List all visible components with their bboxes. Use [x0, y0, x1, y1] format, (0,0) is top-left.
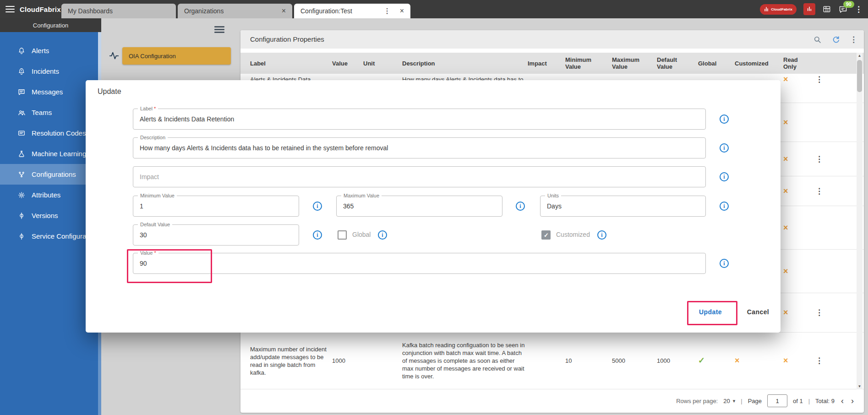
column-header-impact: Impact: [528, 53, 562, 74]
minimum-value-input[interactable]: [133, 196, 299, 216]
units-field[interactable]: Units: [540, 196, 706, 217]
row-menu-icon[interactable]: [815, 250, 829, 293]
row-menu-icon[interactable]: ⋮: [815, 293, 829, 332]
page-number-input[interactable]: [767, 394, 787, 407]
info-icon[interactable]: i: [516, 202, 525, 211]
table-row[interactable]: Maximum number of incident add/update me…: [240, 333, 864, 389]
row-menu-icon[interactable]: ⋮: [815, 333, 829, 389]
read-only-mark: ×: [783, 250, 808, 293]
bell-icon: [17, 47, 26, 55]
row-menu-icon[interactable]: [815, 103, 829, 142]
read-only-mark: ×: [783, 206, 808, 249]
row-menu-icon[interactable]: [815, 206, 829, 249]
hamburger-menu-icon[interactable]: [5, 4, 15, 14]
value-input[interactable]: [133, 253, 705, 273]
default-value-field[interactable]: Default Value: [133, 224, 299, 246]
row-menu-icon[interactable]: ⋮: [815, 176, 829, 206]
cell-minimum: 10: [565, 333, 602, 389]
default-value-input[interactable]: [133, 225, 299, 245]
cancel-button[interactable]: Cancel: [740, 303, 776, 321]
people-icon: [17, 109, 26, 117]
column-header-global: Global: [698, 53, 726, 74]
separator: |: [741, 398, 742, 404]
previous-page-icon[interactable]: ‹: [840, 396, 845, 406]
column-header-default: Default Value: [657, 53, 691, 74]
tab-configuration-test[interactable]: Configuration:Test ⋮ ×: [294, 4, 410, 18]
annotation-box-value-field: [127, 249, 212, 283]
cell-description: Kafka batch reading configuation to be s…: [402, 333, 525, 389]
description-field[interactable]: Description: [133, 137, 706, 158]
search-icon[interactable]: [813, 35, 822, 44]
topbar: CloudFabrix My Dashboards Organizations …: [0, 0, 868, 18]
info-icon[interactable]: i: [720, 143, 729, 153]
row-menu-icon[interactable]: ⋮: [815, 74, 829, 104]
close-icon[interactable]: ×: [277, 7, 286, 15]
description-input[interactable]: [133, 138, 705, 158]
row-menu-icon[interactable]: ⋮: [815, 142, 829, 176]
page-label: Page: [748, 398, 762, 404]
table-scrollbar[interactable]: ▲ ▼: [857, 53, 863, 389]
app-logo: CloudFabrix: [20, 5, 61, 13]
tab-organizations[interactable]: Organizations ×: [178, 4, 292, 18]
cloudfabrix-brand-pill[interactable]: CloudFabrix: [760, 4, 797, 15]
read-only-mark: ×: [783, 293, 808, 332]
sidebar-item-incidents[interactable]: Incidents: [0, 61, 101, 82]
oia-configuration-button[interactable]: OIA Configuration: [122, 47, 231, 65]
info-icon[interactable]: i: [720, 115, 729, 124]
next-page-icon[interactable]: ›: [850, 396, 855, 406]
label-input[interactable]: [133, 109, 705, 129]
scrollbar-thumb[interactable]: [857, 60, 862, 92]
table-header: Label Value Unit Description Impact Mini…: [240, 53, 864, 74]
chat-icon[interactable]: 90: [838, 5, 848, 14]
service-phi-icon: [17, 232, 26, 240]
info-icon[interactable]: i: [597, 230, 606, 240]
panel-menu-toggle-icon[interactable]: [214, 25, 224, 34]
minimum-value-field[interactable]: Minimum Value: [133, 196, 299, 217]
cell-label: Maximum number of incident add/update me…: [250, 333, 328, 389]
scroll-up-icon[interactable]: ▲: [857, 54, 863, 58]
brand-area: CloudFabrix: [5, 0, 61, 18]
column-header-label: Label: [250, 53, 328, 74]
column-header-description: Description: [402, 53, 525, 74]
field-label: Default Value: [138, 221, 172, 228]
cell-maximum: 5000: [612, 333, 649, 389]
pulse-chart-icon: [109, 50, 119, 60]
info-icon[interactable]: i: [378, 230, 387, 240]
info-icon[interactable]: i: [720, 259, 729, 268]
refresh-icon[interactable]: [831, 35, 841, 44]
close-icon[interactable]: ×: [395, 7, 404, 15]
tab-my-dashboards[interactable]: My Dashboards: [61, 4, 176, 18]
tab-kebab-icon[interactable]: ⋮: [384, 7, 391, 15]
info-icon[interactable]: i: [313, 202, 322, 211]
rows-per-page-select[interactable]: 20 ▾: [723, 398, 735, 404]
label-field[interactable]: Label *: [133, 109, 706, 130]
info-icon[interactable]: i: [720, 202, 729, 211]
rows-per-page-label: Rows per page:: [676, 398, 718, 404]
value-field[interactable]: Value *: [133, 253, 706, 274]
sidebar-item-alerts[interactable]: Alerts: [0, 40, 101, 61]
customized-checkbox-label: Customized: [556, 231, 590, 238]
version-phi-icon: [17, 212, 26, 220]
update-dialog: Update Label * i Description i i Minimum…: [86, 80, 781, 333]
maximum-value-input[interactable]: [337, 196, 502, 216]
annotation-box-update-button: [687, 301, 737, 325]
read-only-mark: ×: [783, 333, 808, 389]
grid-apps-icon[interactable]: [822, 5, 831, 14]
analytics-app-icon[interactable]: [803, 3, 815, 15]
info-icon[interactable]: i: [313, 230, 322, 240]
bars-icon: [764, 6, 769, 12]
scroll-down-icon[interactable]: ▼: [857, 384, 863, 388]
units-input[interactable]: [540, 196, 705, 216]
impact-input[interactable]: [133, 167, 705, 187]
pagination-bar: Rows per page: 20 ▾ | Page of 1 | Total:…: [676, 389, 855, 412]
customized-checkbox[interactable]: [541, 230, 551, 240]
kebab-menu-icon[interactable]: ⋮: [855, 5, 863, 14]
column-header-value: Value: [332, 53, 360, 74]
global-checkbox[interactable]: [338, 230, 347, 240]
maximum-value-field[interactable]: Maximum Value: [336, 196, 502, 217]
info-icon[interactable]: i: [720, 172, 729, 181]
panel-kebab-icon[interactable]: ⋮: [850, 35, 857, 44]
impact-field[interactable]: [133, 166, 706, 187]
field-label: Description: [138, 134, 168, 141]
cell-default: 1000: [657, 333, 691, 389]
